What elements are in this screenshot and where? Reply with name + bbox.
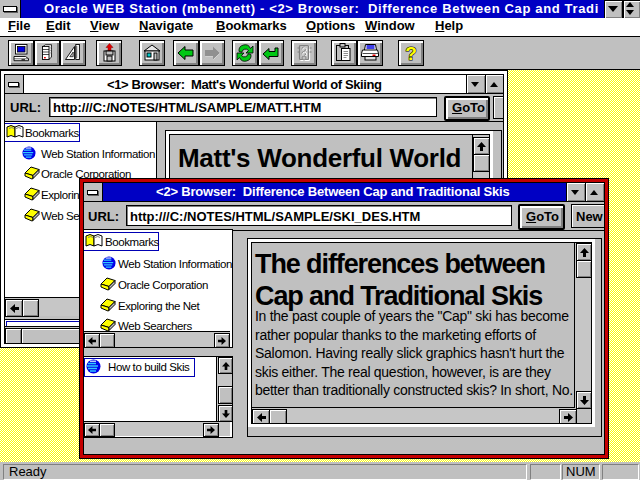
svg-text:?: ? (405, 43, 417, 63)
